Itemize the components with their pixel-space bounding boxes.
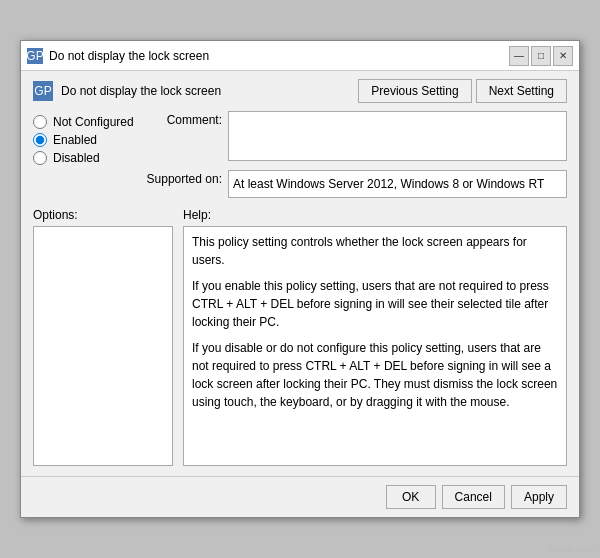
title-bar-left: GP Do not display the lock screen [27, 48, 209, 64]
radio-enabled-label: Enabled [53, 133, 97, 147]
radio-not-configured-input[interactable] [33, 115, 47, 129]
header-buttons: Previous Setting Next Setting [358, 79, 567, 103]
config-area: Not Configured Enabled Disabled Comm [33, 111, 567, 204]
radio-enabled[interactable]: Enabled [33, 133, 143, 147]
setting-title: Do not display the lock screen [61, 84, 221, 98]
cancel-button[interactable]: Cancel [442, 485, 505, 509]
help-paragraph-3: If you disable or do not configure this … [192, 339, 558, 411]
radio-enabled-input[interactable] [33, 133, 47, 147]
radio-disabled-input[interactable] [33, 151, 47, 165]
help-section: Help: This policy setting controls wheth… [183, 208, 567, 466]
setting-title-row: GP Do not display the lock screen [33, 81, 221, 101]
window-icon: GP [27, 48, 43, 64]
main-window: GP Do not display the lock screen — □ ✕ … [20, 40, 580, 518]
ok-button[interactable]: OK [386, 485, 436, 509]
bottom-bar: OK Cancel Apply [21, 476, 579, 517]
help-box: This policy setting controls whether the… [183, 226, 567, 466]
header-row: GP Do not display the lock screen Previo… [33, 79, 567, 103]
comment-textarea[interactable] [228, 111, 567, 161]
previous-setting-button[interactable]: Previous Setting [358, 79, 471, 103]
right-config: Comment: Supported on: [143, 111, 567, 204]
comment-textarea-wrapper [228, 111, 567, 164]
help-paragraph-1: This policy setting controls whether the… [192, 233, 558, 269]
apply-button[interactable]: Apply [511, 485, 567, 509]
watermark: wsxdn.com [549, 544, 598, 556]
radio-not-configured-label: Not Configured [53, 115, 134, 129]
supported-wrapper [228, 170, 567, 198]
radio-section: Not Configured Enabled Disabled [33, 111, 143, 204]
radio-disabled-label: Disabled [53, 151, 100, 165]
radio-not-configured[interactable]: Not Configured [33, 115, 143, 129]
title-bar: GP Do not display the lock screen — □ ✕ [21, 41, 579, 71]
supported-field [228, 170, 567, 198]
help-paragraph-2: If you enable this policy setting, users… [192, 277, 558, 331]
next-setting-button[interactable]: Next Setting [476, 79, 567, 103]
close-button[interactable]: ✕ [553, 46, 573, 66]
content-area: GP Do not display the lock screen Previo… [21, 71, 579, 476]
minimize-button[interactable]: — [509, 46, 529, 66]
comment-row: Comment: [143, 111, 567, 164]
options-label: Options: [33, 208, 173, 222]
help-label: Help: [183, 208, 567, 222]
options-section: Options: [33, 208, 173, 466]
title-buttons: — □ ✕ [509, 46, 573, 66]
window-title: Do not display the lock screen [49, 49, 209, 63]
supported-row: Supported on: [143, 170, 567, 198]
maximize-button[interactable]: □ [531, 46, 551, 66]
supported-label: Supported on: [143, 170, 228, 186]
options-box [33, 226, 173, 466]
radio-disabled[interactable]: Disabled [33, 151, 143, 165]
comment-label: Comment: [143, 111, 228, 127]
setting-icon: GP [33, 81, 53, 101]
main-section: Options: Help: This policy setting contr… [33, 208, 567, 466]
